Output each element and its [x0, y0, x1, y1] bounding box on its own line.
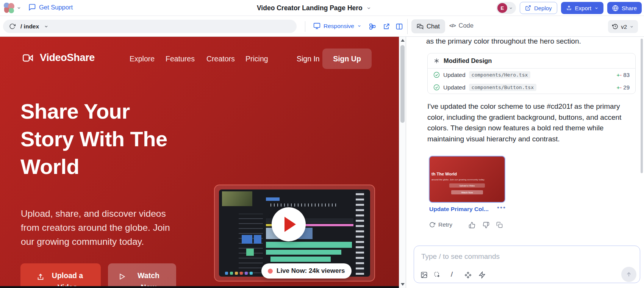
preview-toolbar: / index Responsive [0, 16, 644, 37]
diff-count: 83 [623, 72, 630, 78]
app-logo[interactable] [4, 3, 15, 13]
mini-heading: th The World [431, 172, 457, 176]
hero-heading: Share Your Story With The World [20, 97, 185, 180]
chevron-down-icon [357, 24, 361, 28]
version-selector[interactable]: v2 [608, 20, 638, 33]
diff-minus: - [620, 84, 622, 91]
select-cursor-icon [434, 271, 441, 279]
top-header: Get Support Video Creator Landing Page H… [0, 0, 644, 16]
version-label: v2 [621, 23, 627, 30]
nav-link-features[interactable]: Features [166, 55, 195, 63]
modified-design-title: Modified Design [444, 57, 492, 64]
export-label: Export [575, 5, 591, 11]
chat-bubble-icon [28, 3, 36, 11]
mini-watch-button: Watch Now [451, 190, 483, 194]
components-icon [369, 23, 378, 30]
open-preview-button[interactable] [383, 22, 392, 31]
upload-icon [566, 5, 572, 11]
scroll-up-arrow-icon[interactable] [401, 39, 405, 42]
share-label: Share [622, 5, 637, 11]
tab-code[interactable]: </> Code [449, 22, 474, 29]
chat-scrollbar[interactable] [641, 39, 643, 173]
chat-bubbles-icon [417, 23, 424, 30]
open-in-new-icon [383, 23, 392, 30]
url-bar[interactable]: / index [3, 20, 297, 33]
components-tree-button[interactable] [369, 22, 378, 31]
tab-chat[interactable]: Chat [411, 19, 445, 33]
avatar: E [497, 3, 507, 13]
live-now-label: Live Now: 24k viewers [277, 267, 345, 275]
export-button[interactable]: Export [561, 2, 603, 14]
chevron-down-icon [594, 6, 599, 10]
project-title-menu[interactable]: Video Creator Landing Page Hero [257, 0, 371, 16]
file-change-row[interactable]: Updated components/Hero.tsx +-83 [428, 69, 635, 81]
refresh-icon[interactable] [9, 23, 16, 30]
scroll-down-arrow-icon[interactable] [401, 283, 405, 286]
check-circle-icon [433, 84, 440, 91]
diff-minus: - [620, 72, 622, 78]
check-circle-icon [433, 72, 440, 78]
tab-code-label: Code [459, 22, 474, 29]
send-button[interactable] [621, 267, 636, 282]
retry-icon [429, 222, 435, 228]
responsive-label: Responsive [324, 23, 354, 30]
diff-plus: + [617, 72, 620, 78]
share-button[interactable]: Share [607, 2, 642, 14]
video-camera-icon [21, 53, 35, 63]
sign-in-link[interactable]: Sign In [297, 55, 320, 63]
nav-link-explore[interactable]: Explore [130, 55, 155, 63]
version-caption[interactable]: Update Primary Col... [429, 206, 489, 213]
sign-up-button[interactable]: Sign Up [322, 49, 372, 69]
message-actions: Retry [429, 221, 452, 228]
nav-link-pricing[interactable]: Pricing [245, 55, 268, 63]
quick-actions-button[interactable] [478, 271, 486, 279]
integrations-button[interactable] [464, 271, 472, 279]
retry-label: Retry [438, 221, 452, 228]
select-element-button[interactable] [434, 271, 441, 279]
diff-plus: + [617, 84, 620, 91]
more-options-icon[interactable]: ••• [497, 204, 506, 211]
get-support-link[interactable]: Get Support [28, 3, 73, 11]
videoshare-logo[interactable]: VideoShare [21, 52, 95, 64]
retry-button[interactable]: Retry [429, 221, 452, 228]
split-panel-icon [395, 23, 405, 30]
upload-video-label: Upload a Video [50, 270, 85, 288]
assistant-message: I've updated the color scheme to use #cd… [427, 101, 636, 144]
account-menu[interactable]: E [496, 2, 516, 14]
responsive-selector[interactable]: Responsive [313, 22, 361, 30]
modified-design-card: Modified Design Updated components/Hero.… [427, 53, 636, 94]
preview-panel: VideoShare Explore Features Creators Pri… [0, 37, 399, 288]
chat-input[interactable] [421, 251, 588, 262]
watch-now-button[interactable]: Watch Now [108, 263, 176, 288]
diff-stat: +-83 [617, 72, 630, 78]
chat-input-box[interactable]: / [414, 246, 640, 283]
version-thumbnail[interactable]: th The World around the globe. Join our … [429, 156, 505, 203]
thumbs-down-button[interactable] [483, 222, 489, 229]
play-triangle-icon [284, 217, 296, 232]
attach-image-button[interactable] [420, 271, 428, 279]
header-actions: E Deploy Export [496, 2, 642, 14]
diff-count: 29 [623, 84, 630, 91]
nav-link-creators[interactable]: Creators [206, 55, 235, 63]
deploy-label: Deploy [534, 5, 552, 11]
thumbs-up-button[interactable] [469, 222, 475, 229]
scrollbar-thumb[interactable] [400, 45, 405, 123]
upload-video-button[interactable]: Upload a Video [20, 263, 101, 288]
preview-scrollbar[interactable] [399, 37, 406, 288]
file-change-row[interactable]: Updated components/Button.tsx +-29 [428, 81, 635, 94]
slash-command-button[interactable]: / [451, 270, 453, 279]
live-dot-icon [268, 269, 273, 274]
sparkle-icon [433, 58, 440, 64]
modified-design-header: Modified Design [428, 53, 635, 69]
split-view-button[interactable] [395, 22, 405, 31]
copy-button[interactable] [496, 222, 503, 228]
play-icon [118, 273, 126, 288]
monitor-icon [313, 22, 320, 30]
brand-name: VideoShare [40, 52, 95, 64]
chevron-down-icon[interactable] [44, 24, 48, 29]
deploy-button[interactable]: Deploy [520, 2, 557, 14]
file-path-chip: components/Hero.tsx [469, 71, 531, 78]
chevron-down-icon [509, 6, 513, 10]
workspace-chevron-icon[interactable] [17, 6, 21, 10]
play-button[interactable] [272, 207, 306, 241]
